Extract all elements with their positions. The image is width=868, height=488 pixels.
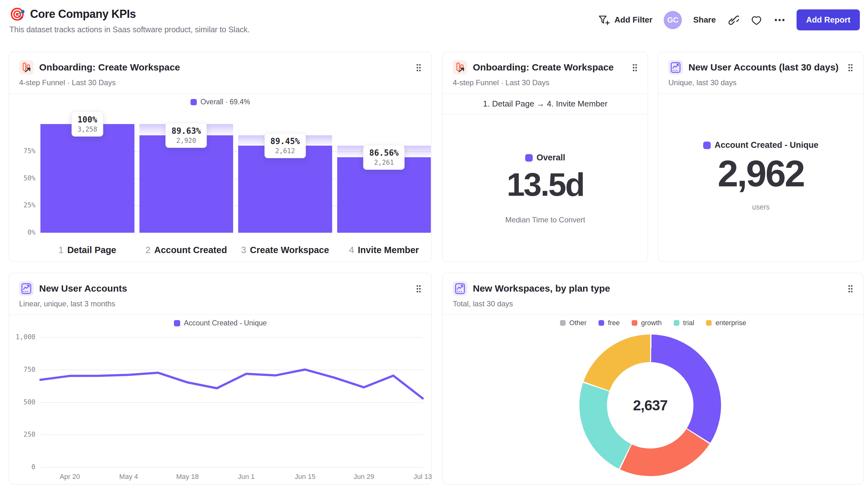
x-axis-tick-label: Jun 1 <box>238 473 255 481</box>
conversion-percent: 89.63% <box>172 126 201 136</box>
funnel-bar <box>238 145 332 233</box>
step-name: Account Created <box>154 245 227 255</box>
legend-swatch <box>674 320 679 326</box>
legend-item-trial[interactable]: trial <box>674 319 694 327</box>
x-axis-tick-label: Jun 15 <box>295 473 315 481</box>
more-options-icon[interactable] <box>774 18 785 22</box>
conversion-percent: 86.56% <box>369 148 399 158</box>
card-subtitle: Linear, unique, last 3 months <box>19 299 115 308</box>
conversion-percent: 100% <box>78 115 97 124</box>
card-funnel: Onboarding: Create Workspace 4-step Funn… <box>9 52 432 262</box>
funnel-value-tooltip: 89.63%2,920 <box>165 123 207 148</box>
add-filter-button[interactable]: Add Filter <box>597 14 652 26</box>
funnel-step-label: 1Detail Page <box>40 245 134 255</box>
avatar[interactable]: GC <box>664 11 682 29</box>
funnel-bar-step-1[interactable]: 100%3,258 <box>40 124 134 233</box>
card-subtitle: 4-step Funnel · Last 30 Days <box>19 78 116 87</box>
card-title: New User Accounts (last 30 days) <box>688 62 839 73</box>
line-chart-legend[interactable]: Account Created - Unique <box>9 319 432 327</box>
legend-item-Other[interactable]: Other <box>560 319 587 327</box>
donut-chart[interactable]: 2,637 <box>580 334 721 476</box>
y-axis-tick-label: 0 <box>10 463 35 471</box>
legend-swatch <box>525 154 533 162</box>
divider <box>9 315 432 315</box>
metric-caption: Median Time to Convert <box>443 216 648 224</box>
add-report-button[interactable]: Add Report <box>797 9 860 30</box>
legend-label: Account Created - Unique <box>184 319 267 327</box>
drag-handle-icon[interactable] <box>416 63 422 72</box>
y-axis-tick-label: 1,000 <box>10 333 35 341</box>
conversion-percent: 89.45% <box>271 136 300 146</box>
donut-hole: 2,637 <box>607 362 693 449</box>
funnel-step-label: 2Account Created <box>140 245 234 255</box>
step-number: 3 <box>241 245 246 255</box>
legend-label: Overall · 69.4% <box>200 98 250 106</box>
page-title: Core Company KPIs <box>30 7 136 21</box>
card-new-users-30d: New User Accounts (last 30 days) Unique,… <box>658 52 864 262</box>
funnel-value-tooltip: 100%3,258 <box>71 111 103 136</box>
divider <box>658 93 863 94</box>
drag-handle-icon[interactable] <box>848 63 853 72</box>
x-axis-tick-label: Jul 13 <box>414 473 432 481</box>
drag-handle-icon[interactable] <box>632 63 638 72</box>
funnel-bar-step-4[interactable]: 86.56%2,261 <box>337 124 431 233</box>
add-filter-label: Add Filter <box>615 15 652 25</box>
card-subtitle: Total, last 30 days <box>453 299 513 308</box>
legend-item-free[interactable]: free <box>598 319 620 327</box>
legend-item-enterprise[interactable]: enterprise <box>706 319 746 327</box>
line-series[interactable] <box>40 369 423 398</box>
legend-swatch <box>703 141 711 149</box>
card-time-to-convert: Onboarding: Create Workspace 4-step Funn… <box>442 52 648 262</box>
y-axis-tick-label: 25% <box>10 201 35 209</box>
funnel-report-icon <box>19 60 34 74</box>
card-new-users-trend: New User Accounts Linear, unique, last 3… <box>9 273 432 485</box>
header-actions: Add Filter GC Share Add Report <box>597 9 860 30</box>
step-name: Detail Page <box>67 245 116 255</box>
funnel-step-label: 4Invite Member <box>337 245 431 255</box>
drag-handle-icon[interactable] <box>416 284 422 293</box>
card-title: Onboarding: Create Workspace <box>473 62 614 73</box>
funnel-step-labels: 1Detail Page2Account Created3Create Work… <box>40 245 431 255</box>
x-axis-tick-label: Jun 29 <box>353 473 374 481</box>
step-name: Invite Member <box>358 245 419 255</box>
line-chart-plot: 1,0007505002500Apr 20May 4May 18Jun 1Jun… <box>40 337 423 467</box>
donut-legend: Otherfreegrowthtrialenterprise <box>443 319 863 327</box>
metric-legend[interactable]: Account Created - Unique <box>658 140 863 150</box>
line-chart-report-icon <box>453 281 467 296</box>
metric-legend[interactable]: Overall <box>443 153 648 163</box>
filter-plus-icon <box>597 14 610 26</box>
legend-swatch <box>190 99 197 105</box>
funnel-bar-step-3[interactable]: 89.45%2,612 <box>238 124 332 233</box>
funnel-bar-step-2[interactable]: 89.63%2,920 <box>140 124 234 233</box>
legend-label: trial <box>683 319 694 327</box>
funnel-chart-legend[interactable]: Overall · 69.4% <box>9 98 432 106</box>
funnel-plot: 75%50%25%0%100%3,25889.63%2,92089.45%2,6… <box>40 124 431 233</box>
donut-center-total: 2,637 <box>633 397 668 414</box>
card-title: New User Accounts <box>39 283 127 294</box>
legend-label: Overall <box>536 153 565 163</box>
legend-label: free <box>608 319 620 327</box>
funnel-value-tooltip: 86.56%2,261 <box>363 145 405 170</box>
divider <box>9 93 432 94</box>
card-subtitle: Unique, last 30 days <box>669 78 736 87</box>
legend-swatch <box>560 320 566 326</box>
share-button[interactable]: Share <box>693 15 716 25</box>
favorite-heart-icon[interactable] <box>750 14 763 26</box>
funnel-report-icon <box>453 60 467 74</box>
funnel-step-label: 3Create Workspace <box>238 245 332 255</box>
card-subtitle: 4-step Funnel · Last 30 Days <box>453 78 549 87</box>
y-axis-tick-label: 500 <box>10 398 35 406</box>
drag-handle-icon[interactable] <box>848 284 853 293</box>
line-chart-svg <box>40 337 423 467</box>
conversion-count: 2,261 <box>369 159 399 166</box>
legend-swatch <box>706 320 712 326</box>
page-header: 🎯 Core Company KPIs This dataset tracks … <box>9 7 860 34</box>
step-number: 1 <box>59 245 64 255</box>
legend-item-growth[interactable]: growth <box>632 319 662 327</box>
legend-label: growth <box>641 319 662 327</box>
funnel-range-label: 1. Detail Page → 4. Invite Member <box>443 93 648 114</box>
copy-link-icon[interactable] <box>727 14 739 26</box>
line-chart-report-icon <box>19 281 34 296</box>
funnel-bar <box>40 124 134 233</box>
card-workspaces-by-plan: New Workspaces, by plan type Total, last… <box>442 273 864 485</box>
